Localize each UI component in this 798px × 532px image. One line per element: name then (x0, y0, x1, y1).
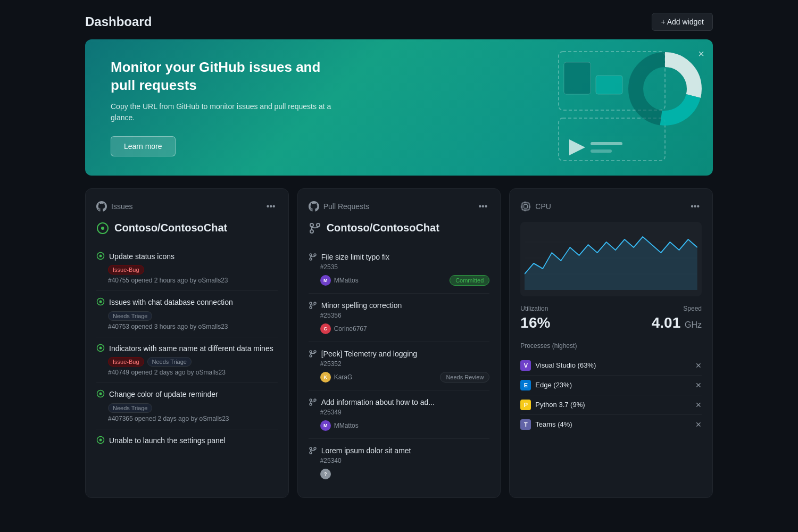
github-banner: × Monitor your GitHub issues and pull re… (85, 39, 713, 176)
pr-title: Add information about how to ad... (321, 398, 435, 406)
issue-open-icon (96, 252, 105, 260)
pr-menu-button[interactable]: ••• (477, 200, 490, 213)
issue-title: Unable to launch the settings panel (109, 436, 226, 446)
svg-point-21 (99, 438, 102, 441)
assignee-name: Corine6767 (334, 325, 367, 332)
issues-menu-button[interactable]: ••• (264, 200, 278, 213)
svg-point-34 (310, 399, 312, 401)
process-icon: T (520, 419, 531, 430)
cpu-icon (520, 201, 531, 212)
process-close-button[interactable]: ✕ (695, 401, 702, 409)
pr-status-badge: Needs Review (440, 372, 489, 383)
pr-title: Minor spelling correction (321, 301, 402, 310)
process-item: V Visual Studio (63%) ✕ (520, 356, 702, 376)
issue-open-icon (96, 344, 105, 352)
issue-title: Update status icons (109, 252, 174, 262)
svg-point-22 (310, 223, 313, 227)
learn-more-button[interactable]: Learn more (111, 136, 176, 156)
issue-open-icon (96, 389, 105, 398)
avatar: M (320, 420, 331, 431)
pr-assignee: M MMattos (320, 275, 359, 286)
issue-tag: Issue-Bug (108, 357, 144, 367)
pr-item: Add information about how to ad... #2534… (309, 390, 490, 439)
speed-label: Speed (652, 305, 702, 312)
issue-meta: #40755 opened 2 hours ago by oSmalls23 (108, 277, 278, 284)
pr-repo-icon (309, 222, 321, 235)
svg-rect-40 (522, 203, 529, 210)
issue-tag: Needs Triage (147, 357, 192, 367)
svg-point-24 (317, 223, 320, 227)
banner-title: Monitor your GitHub issues and pull requ… (111, 59, 334, 95)
issue-tag: Needs Triage (108, 403, 152, 413)
cpu-widget: CPU ••• Utilization (509, 188, 713, 498)
utilization-label: Utilization (520, 305, 550, 312)
process-name: Teams (4%) (535, 420, 572, 428)
cpu-widget-title: CPU (535, 202, 551, 211)
pr-icon (309, 446, 317, 455)
pr-icon (309, 253, 317, 261)
svg-point-17 (99, 346, 102, 349)
issue-item: Unable to launch the settings panel (96, 429, 278, 456)
banner-illustration (404, 39, 713, 176)
process-icon: P (520, 400, 531, 410)
svg-rect-3 (596, 76, 622, 94)
svg-point-19 (99, 393, 102, 395)
pr-icon (309, 350, 317, 358)
pr-assignee: K KaraG (320, 372, 353, 383)
pr-title: Lorem ipsum dolor sit amet (321, 446, 411, 455)
process-name: Python 3.7 (9%) (535, 401, 585, 409)
banner-close-button[interactable]: × (698, 48, 704, 60)
process-close-button[interactable]: ✕ (695, 361, 702, 370)
utilization-value: 16% (520, 314, 550, 331)
pr-number: #2535 (320, 263, 490, 271)
svg-rect-2 (564, 62, 591, 94)
svg-point-13 (99, 254, 102, 257)
issue-tag: Issue-Bug (108, 265, 144, 275)
issue-meta: #40753 opened 3 hours ago by oSmalls23 (108, 323, 278, 330)
issues-repo-name: Contoso/ContosoChat (114, 222, 227, 234)
issue-tag: Needs Triage (108, 311, 152, 321)
process-icon: E (520, 380, 531, 390)
pr-number: #25352 (320, 360, 490, 368)
page-title: Dashboard (85, 14, 152, 29)
svg-point-33 (314, 351, 316, 353)
process-close-button[interactable]: ✕ (695, 420, 702, 429)
issues-list: Update status icons Issue-Bug #40755 ope… (96, 245, 278, 456)
svg-point-29 (310, 306, 312, 309)
process-item: E Edge (23%) ✕ (520, 376, 702, 395)
issue-item: Update status icons Issue-Bug #40755 ope… (96, 245, 278, 292)
github-icon-pr (309, 201, 319, 212)
pr-title: [Peek] Telemetry and logging (321, 350, 417, 358)
pr-item: File size limit typo fix #2535 M MMattos… (309, 245, 490, 294)
assignee-name: MMattos (334, 422, 359, 429)
svg-rect-1 (559, 118, 665, 161)
github-icon (96, 201, 107, 212)
cpu-menu-button[interactable]: ••• (688, 200, 702, 213)
svg-point-32 (310, 355, 312, 357)
processes-label: Processes (highest) (520, 342, 702, 350)
process-icon: V (520, 360, 531, 371)
add-widget-button[interactable]: + Add widget (652, 13, 713, 31)
svg-point-36 (314, 399, 316, 401)
svg-point-37 (310, 447, 312, 450)
svg-point-30 (314, 302, 316, 304)
issue-meta: #407365 opened 2 days ago by oSmalls23 (108, 415, 278, 422)
pr-number: #25349 (320, 409, 490, 416)
pr-status-badge: Committed (450, 275, 489, 286)
svg-marker-7 (569, 139, 585, 155)
process-close-button[interactable]: ✕ (695, 381, 702, 389)
pr-item: Minor spelling correction #25356 C Corin… (309, 294, 490, 342)
svg-point-26 (310, 258, 312, 260)
issues-widget: Issues ••• Contoso/ContosoChat Update st… (85, 188, 289, 498)
issue-item: Change color of update reminder Needs Tr… (96, 383, 278, 429)
avatar: M (320, 275, 331, 286)
avatar: ? (320, 469, 331, 479)
process-item: T Teams (4%) ✕ (520, 415, 702, 434)
pr-list: File size limit typo fix #2535 M MMattos… (309, 245, 490, 487)
issue-item: Indicators with same name at different d… (96, 337, 278, 384)
issues-widget-title: Issues (111, 202, 132, 211)
issue-meta: #40749 opened 2 days ago by oSmalls23 (108, 369, 278, 376)
pr-number: #25356 (320, 312, 490, 319)
cpu-stats: Utilization 16% Speed 4.01 GHz (520, 305, 702, 331)
svg-point-35 (310, 403, 312, 405)
